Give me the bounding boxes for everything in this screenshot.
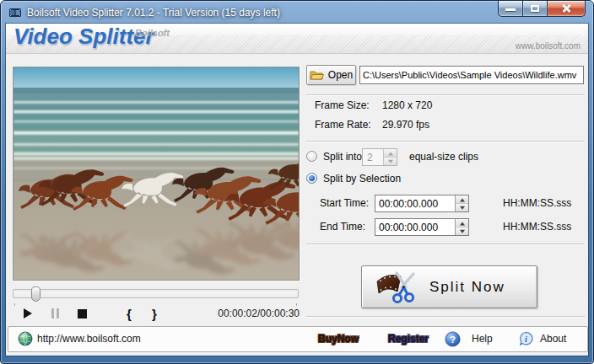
mark-start-button[interactable]: { <box>119 305 139 322</box>
status-bar: http://www.boilsoft.com BuyNow Register … <box>8 326 588 352</box>
radio-split-into[interactable] <box>306 151 317 162</box>
frame-size-value: 1280 x 720 <box>382 99 432 111</box>
clip-count-spinner[interactable]: 2 <box>362 148 397 166</box>
separator <box>306 141 585 142</box>
separator <box>306 94 585 96</box>
status-website-link[interactable]: http://www.boilsoft.com <box>37 333 141 345</box>
about-link[interactable]: About <box>540 333 566 345</box>
end-time-field <box>375 218 469 236</box>
seek-bar <box>13 286 299 303</box>
banner-website: www.boilsoft.com <box>516 41 580 51</box>
clip-count-up-button[interactable] <box>384 149 397 158</box>
video-preview <box>13 67 300 281</box>
help-link[interactable]: Help <box>472 333 493 345</box>
end-time-label: End Time: <box>320 221 365 233</box>
end-time-up-button[interactable] <box>456 219 468 228</box>
window-title: Boilsoft Video Splitter 7.01.2 - Trial V… <box>27 7 280 19</box>
maximize-icon <box>531 5 539 12</box>
pause-icon <box>51 308 59 318</box>
svg-text:?: ? <box>450 335 456 345</box>
play-icon <box>24 308 32 318</box>
down-arrow-icon <box>388 159 393 163</box>
client-area: Video Splitter Boilsoft www.boilsoft.com <box>6 24 588 356</box>
globe-icon <box>18 331 33 346</box>
app-icon <box>8 6 22 19</box>
open-button-label: Open <box>328 69 353 81</box>
close-button[interactable] <box>547 1 586 17</box>
separator <box>306 244 585 245</box>
end-time-input[interactable] <box>375 219 455 235</box>
start-time-down-button[interactable] <box>456 204 468 211</box>
svg-text:i: i <box>525 335 527 344</box>
mark-end-button[interactable]: } <box>144 305 165 322</box>
clip-count-value: 2 <box>363 149 383 165</box>
help-icon[interactable]: ? <box>445 331 461 347</box>
equal-clips-label: equal-size clips <box>409 151 478 163</box>
start-time-field <box>375 195 469 212</box>
frame-rate-label: Frame Rate: <box>315 119 371 131</box>
split-now-label: Split Now <box>429 279 505 296</box>
seek-thumb[interactable] <box>31 286 40 302</box>
file-path-field[interactable] <box>359 66 584 84</box>
about-icon[interactable]: i <box>518 331 534 347</box>
radio-split-by-selection[interactable] <box>306 173 317 184</box>
open-button[interactable]: Open <box>306 65 356 85</box>
frame-rate-value: 29.970 fps <box>382 119 429 131</box>
product-logo: Video Splitter <box>14 24 154 50</box>
start-time-label: Start Time: <box>320 197 369 209</box>
clip-count-down-button[interactable] <box>384 158 397 165</box>
frame-size-label: Frame Size: <box>315 99 370 111</box>
playback-time: 00:00:02/00:00:30 <box>190 308 300 319</box>
split-into-label: Split into <box>323 151 362 163</box>
separator <box>306 316 585 318</box>
maximize-button[interactable] <box>523 1 547 17</box>
pause-button[interactable] <box>45 305 65 322</box>
end-time-format: HH:MM:SS.sss <box>503 221 571 233</box>
brace-open-icon: { <box>127 307 132 321</box>
app-window: Boilsoft Video Splitter 7.01.2 - Trial V… <box>0 0 594 364</box>
brand-label: Boilsoft <box>135 28 170 38</box>
stop-button[interactable] <box>72 305 92 322</box>
buynow-link[interactable]: BuyNow <box>318 333 359 345</box>
minimize-button[interactable] <box>498 1 523 17</box>
split-now-button[interactable]: Split Now <box>361 265 537 308</box>
start-time-up-button[interactable] <box>456 195 468 204</box>
video-scene <box>14 67 299 280</box>
start-time-input[interactable] <box>375 195 455 211</box>
register-link[interactable]: Register <box>388 333 429 345</box>
transport-controls: { } 00:00:02/00:00:30 <box>13 305 300 324</box>
end-time-down-button[interactable] <box>456 228 468 235</box>
up-arrow-icon <box>388 152 393 155</box>
brace-close-icon: } <box>152 307 157 321</box>
up-arrow-icon <box>460 198 465 201</box>
split-by-selection-label: Split by Selection <box>323 173 401 185</box>
close-icon <box>561 3 571 13</box>
header-banner: Video Splitter Boilsoft www.boilsoft.com <box>6 24 588 54</box>
folder-icon <box>310 69 324 81</box>
down-arrow-icon <box>460 229 465 233</box>
seek-track[interactable] <box>13 289 299 298</box>
minimize-icon <box>505 8 516 11</box>
start-time-format: HH:MM:SS.sss <box>503 197 571 209</box>
up-arrow-icon <box>460 222 465 225</box>
play-button[interactable] <box>18 305 38 322</box>
stop-icon <box>78 309 87 318</box>
film-scissors-icon <box>375 269 421 306</box>
caption-buttons <box>498 1 586 17</box>
down-arrow-icon <box>460 206 465 209</box>
